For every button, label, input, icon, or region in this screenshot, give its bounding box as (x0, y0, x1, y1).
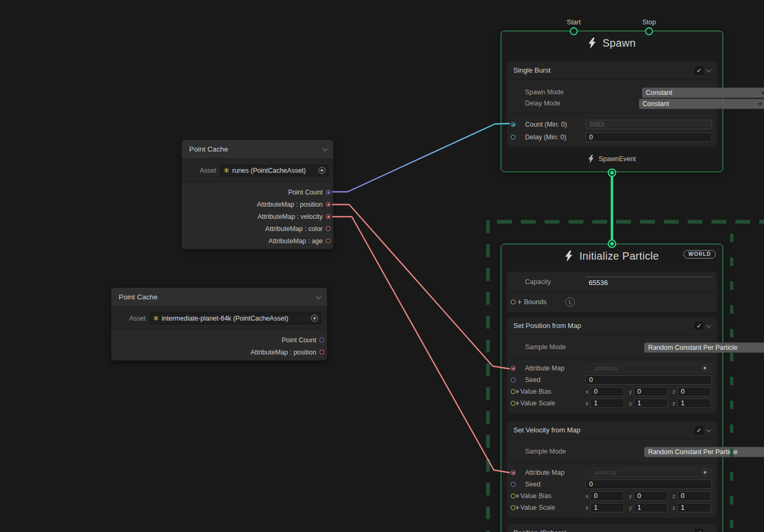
seed-field[interactable]: 0 (585, 375, 712, 385)
output-label: AttributeMap : velocity (257, 213, 323, 220)
attributemap-position-output-port[interactable] (319, 350, 324, 354)
object-picker-icon (701, 365, 708, 371)
attributemap-position-output-port[interactable] (326, 202, 331, 207)
block-enabled-checkbox[interactable] (695, 426, 703, 434)
chevron-down-icon[interactable] (323, 146, 328, 151)
seed-input-port[interactable] (511, 378, 516, 383)
value-bias-z-field[interactable]: 0 (677, 491, 711, 501)
value-scale-x-field[interactable]: 1 (590, 503, 624, 512)
value-bias-z-field[interactable]: 0 (677, 387, 711, 396)
expander-triangle-icon[interactable] (517, 389, 519, 394)
expander-triangle-icon[interactable] (517, 401, 519, 405)
output-row: AttributeMap : age (182, 235, 331, 247)
sample-mode-dropdown[interactable]: Random Constant Per Particle (644, 342, 764, 352)
value-scale-y-field[interactable]: 1 (634, 398, 668, 408)
output-label: AttributeMap : age (269, 237, 323, 245)
value-bias-x-field[interactable]: 0 (590, 491, 624, 501)
chevron-down-icon[interactable] (706, 427, 712, 432)
single-burst-block[interactable]: Single Burst Spawn Mode Constant Delay M… (507, 61, 717, 147)
attributemap-velocity-output-port[interactable] (326, 214, 331, 219)
attribute-map-ghost-value: velocity (594, 469, 617, 476)
value-bias-y-field[interactable]: 0 (634, 387, 668, 396)
block-enabled-checkbox[interactable] (695, 529, 703, 532)
bounds-lock-icon[interactable]: L (565, 297, 575, 307)
count-label: Count (Min: 0) (525, 121, 567, 128)
edge-position-to-attributemap[interactable] (332, 205, 510, 369)
single-burst-enabled-checkbox[interactable] (695, 66, 703, 74)
start-port-label: Start (558, 19, 590, 26)
delay-value: 0 (589, 134, 593, 141)
asset-object-field[interactable]: intermediate-planet-64k (PointCacheAsset… (150, 313, 321, 324)
attribute-map-label: Attribute Map (525, 365, 564, 372)
axis-z-label: z (672, 504, 677, 511)
capacity-label: Capacity (525, 278, 551, 286)
output-row: Point Count (111, 334, 325, 346)
axis-y-label: y (629, 388, 634, 395)
value-scale-input-port[interactable] (511, 401, 516, 406)
expander-triangle-icon[interactable] (517, 494, 519, 498)
attribute-map-input-port[interactable] (511, 471, 516, 475)
spawn-mode-value: Constant (646, 88, 672, 96)
chevron-down-icon[interactable] (706, 322, 712, 327)
value-scale-y-field[interactable]: 1 (634, 503, 668, 512)
value-bias-y-field[interactable]: 0 (634, 491, 668, 501)
output-row: Point Count (182, 186, 331, 198)
chevron-down-icon[interactable] (706, 529, 712, 532)
output-label: Point Count (282, 336, 316, 344)
output-label: AttributeMap : position (257, 201, 323, 208)
edge-velocity-to-attributemap[interactable] (332, 217, 510, 473)
chevron-down-icon[interactable] (316, 294, 322, 299)
count-value: 3583 (589, 121, 604, 128)
block-title: Set Velocity from Map (513, 426, 580, 434)
point-count-output-port[interactable] (319, 338, 324, 342)
output-row: AttributeMap : color (182, 223, 331, 235)
attribute-map-label: Attribute Map (525, 469, 564, 476)
seed-field[interactable]: 0 (585, 480, 712, 489)
chevron-down-icon[interactable] (706, 67, 712, 72)
value-scale-x-field[interactable]: 1 (590, 398, 624, 408)
value-scale-z-field[interactable]: 1 (677, 503, 711, 512)
bounds-input-port[interactable] (511, 300, 516, 305)
bounds-label: Bounds (524, 298, 546, 306)
point-count-output-port[interactable] (326, 190, 331, 194)
world-space-badge[interactable]: WORLD (683, 250, 716, 259)
value-bias-input-port[interactable] (511, 389, 516, 394)
vfx-graph-canvas[interactable]: Start Stop Spawn Single Burst Spawn Mode… (0, 0, 764, 532)
attribute-map-input-port[interactable] (511, 366, 516, 371)
expander-triangle-icon[interactable] (517, 506, 519, 510)
attributemap-age-output-port[interactable] (326, 238, 331, 243)
axis-z-label: z (672, 493, 677, 499)
edge-pointcount-to-count[interactable] (332, 123, 510, 192)
point-cache-asset-icon (224, 167, 229, 173)
count-input-port[interactable] (511, 122, 516, 127)
value-scale-input-port[interactable] (511, 506, 516, 510)
value-scale-z-field[interactable]: 1 (677, 398, 711, 408)
delay-mode-dropdown[interactable]: Constant (639, 99, 764, 109)
sample-mode-dropdown[interactable]: Random Constant Per Particle (644, 447, 764, 457)
object-picker-icon[interactable] (311, 315, 318, 322)
capacity-field[interactable]: 65536 (585, 277, 713, 287)
expander-triangle-icon[interactable] (519, 300, 521, 304)
block-enabled-checkbox[interactable] (695, 322, 703, 330)
set-velocity-from-map-block[interactable]: Set Velocity from Map Sample Mode Random… (507, 421, 717, 518)
position-sphere-block[interactable]: Position (Sphere) (507, 524, 717, 532)
initialize-particle-context-node[interactable]: Initialize Particle WORLD Capacity 65536… (501, 244, 723, 532)
lightning-icon (588, 38, 596, 49)
attributemap-color-output-port[interactable] (326, 226, 331, 231)
point-cache-node-runes[interactable]: Point Cache Asset runes (PointCacheAsset… (181, 139, 334, 250)
spawn-mode-dropdown[interactable]: Constant (642, 87, 764, 97)
axis-x-label: x (585, 400, 590, 406)
spawn-context-node[interactable]: Spawn Single Burst Spawn Mode Constant D… (501, 31, 723, 172)
attribute-map-field: position (585, 363, 712, 373)
seed-input-port[interactable] (511, 482, 516, 487)
delay-mode-label: Delay Mode (525, 100, 561, 107)
point-cache-node-planet[interactable]: Point Cache Asset intermediate-planet-64… (111, 287, 327, 361)
set-position-from-map-block[interactable]: Set Position from Map Sample Mode Random… (507, 317, 717, 413)
object-picker-icon[interactable] (318, 167, 325, 174)
value-bias-input-port[interactable] (511, 494, 516, 499)
asset-object-field[interactable]: runes (PointCacheAsset) (220, 165, 328, 176)
delay-input-port[interactable] (511, 135, 516, 140)
delay-field[interactable]: 0 (585, 132, 712, 142)
axis-y-label: y (629, 504, 634, 511)
value-bias-x-field[interactable]: 0 (590, 387, 624, 396)
